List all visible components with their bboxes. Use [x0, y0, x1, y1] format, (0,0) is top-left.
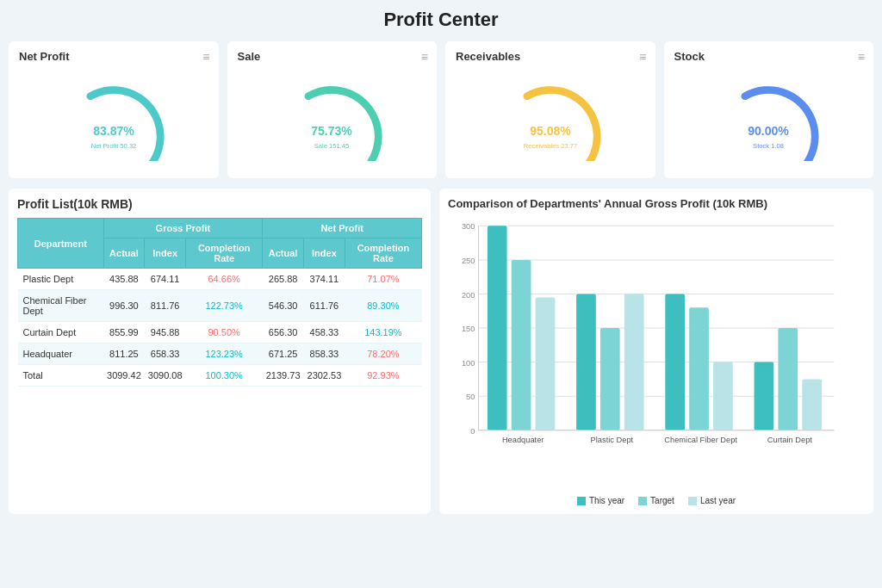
table-cell: 546.30 — [263, 290, 304, 322]
bar-chart-svg: 050100150200250300HeadquaterPlastic Dept… — [448, 217, 865, 492]
profit-list-panel: Profit List(10k RMB) Department Gross Pr… — [9, 189, 431, 514]
svg-rect-34 — [665, 294, 685, 430]
table-cell: 92.93% — [345, 365, 421, 387]
table-cell: 858.33 — [304, 344, 345, 365]
table-cell: Chemical Fiber Dept — [18, 290, 104, 322]
svg-text:90.00%: 90.00% — [748, 124, 789, 138]
card-net-profit: Net Profit≡83.87%Net Profit 50.32 — [9, 41, 219, 178]
legend-label-2: Last year — [700, 496, 736, 505]
svg-rect-32 — [624, 294, 644, 430]
card-menu-icon-sale[interactable]: ≡ — [421, 50, 428, 64]
table-cell: 100.30% — [186, 365, 263, 387]
table-cell: 71.07% — [345, 269, 421, 290]
legend-dot-0 — [577, 497, 586, 505]
svg-text:Net Profit 50.32: Net Profit 50.32 — [90, 142, 136, 150]
table-row: Chemical Fiber Dept996.30811.76122.73%54… — [18, 290, 422, 322]
table-row: Curtain Dept855.99945.8890.50%656.30458.… — [18, 322, 422, 344]
table-cell: 671.25 — [263, 344, 304, 365]
gp-index-header: Index — [145, 238, 186, 269]
gauge-container-net-profit: 83.87%Net Profit 50.32 — [19, 66, 208, 170]
gauge-container-stock: 90.00%Stock 1.08 — [674, 66, 864, 170]
top-cards-section: Net Profit≡83.87%Net Profit 50.32Sale≡75… — [9, 41, 873, 178]
svg-text:Headquater: Headquater — [502, 436, 544, 444]
table-cell: Headquater — [18, 344, 104, 365]
profit-list-title: Profit List(10k RMB) — [17, 197, 422, 211]
chart-area: 050100150200250300HeadquaterPlastic Dept… — [448, 217, 865, 492]
table-cell: 945.88 — [145, 322, 186, 344]
profit-table: Department Gross Profit Net Profit Actua… — [17, 218, 422, 387]
table-cell: 435.88 — [103, 269, 145, 290]
card-menu-icon-stock[interactable]: ≡ — [858, 50, 865, 64]
table-cell: 2302.53 — [304, 365, 345, 387]
card-title-receivables: Receivables — [456, 50, 645, 63]
chart-legend: This yearTargetLast year — [448, 496, 865, 505]
gp-completion-header: Completion Rate — [186, 238, 263, 269]
svg-rect-31 — [600, 328, 620, 430]
card-menu-icon-net-profit[interactable]: ≡ — [202, 50, 209, 64]
table-cell: 811.76 — [145, 290, 186, 322]
table-cell: 123.23% — [186, 344, 263, 365]
legend-item-1: Target — [638, 496, 674, 505]
svg-rect-30 — [576, 294, 596, 430]
svg-rect-27 — [512, 260, 531, 430]
gp-actual-header: Actual — [103, 238, 145, 269]
table-cell: 265.88 — [263, 269, 304, 290]
legend-dot-2 — [688, 497, 697, 505]
svg-text:100: 100 — [462, 359, 475, 368]
svg-text:150: 150 — [462, 325, 475, 333]
table-cell: 3090.08 — [145, 365, 186, 387]
gross-profit-header: Gross Profit — [103, 219, 263, 238]
card-title-net-profit: Net Profit — [19, 50, 208, 63]
svg-rect-38 — [755, 362, 774, 430]
table-cell: Curtain Dept — [18, 322, 104, 344]
svg-rect-40 — [802, 379, 822, 430]
table-cell: 78.20% — [345, 344, 421, 365]
table-cell: 3099.42 — [103, 365, 145, 387]
table-cell: 996.30 — [103, 290, 145, 322]
svg-rect-36 — [713, 362, 733, 430]
svg-rect-35 — [689, 307, 709, 430]
svg-text:0: 0 — [470, 427, 475, 436]
table-cell: 674.11 — [145, 269, 186, 290]
table-cell: 89.30% — [345, 290, 421, 322]
chart-title: Comparison of Departments' Annual Gross … — [448, 197, 865, 210]
table-cell: 374.11 — [304, 269, 345, 290]
svg-text:Curtain Dept: Curtain Dept — [767, 436, 813, 444]
card-menu-icon-receivables[interactable]: ≡ — [639, 50, 646, 64]
svg-rect-26 — [488, 226, 507, 430]
svg-text:200: 200 — [462, 291, 475, 300]
svg-text:Plastic Dept: Plastic Dept — [591, 436, 634, 444]
gauge-container-receivables: 95.08%Receivables 23.77 — [456, 66, 645, 170]
svg-text:95.08%: 95.08% — [530, 124, 571, 138]
bottom-section: Profit List(10k RMB) Department Gross Pr… — [9, 189, 873, 514]
card-title-stock: Stock — [674, 50, 864, 63]
card-sale: Sale≡75.73%Sale 151.45 — [227, 41, 438, 178]
table-cell: 90.50% — [186, 322, 263, 344]
table-cell: Plastic Dept — [18, 269, 104, 290]
table-cell: Total — [18, 365, 104, 387]
svg-rect-39 — [778, 328, 798, 430]
svg-text:300: 300 — [462, 222, 475, 231]
legend-item-2: Last year — [688, 496, 736, 505]
card-title-sale: Sale — [238, 50, 427, 63]
svg-text:83.87%: 83.87% — [93, 124, 134, 138]
np-completion-header: Completion Rate — [345, 238, 421, 269]
table-row: Total3099.423090.08100.30%2139.732302.53… — [18, 365, 422, 387]
legend-item-0: This year — [577, 496, 624, 505]
legend-dot-1 — [638, 497, 647, 505]
table-cell: 611.76 — [304, 290, 345, 322]
legend-label-0: This year — [589, 496, 624, 505]
svg-text:Chemical Fiber Dept: Chemical Fiber Dept — [664, 436, 737, 444]
net-profit-header: Net Profit — [263, 219, 422, 238]
svg-rect-28 — [536, 297, 556, 430]
table-row: Plastic Dept435.88674.1164.66%265.88374.… — [18, 269, 422, 290]
svg-text:50: 50 — [466, 393, 475, 401]
table-cell: 2139.73 — [263, 365, 304, 387]
gauge-container-sale: 75.73%Sale 151.45 — [238, 66, 427, 170]
card-stock: Stock≡90.00%Stock 1.08 — [664, 41, 874, 178]
table-cell: 458.33 — [304, 322, 345, 344]
table-cell: 811.25 — [103, 344, 145, 365]
svg-text:75.73%: 75.73% — [311, 124, 352, 138]
table-cell: 64.66% — [186, 269, 263, 290]
legend-label-1: Target — [650, 496, 674, 505]
